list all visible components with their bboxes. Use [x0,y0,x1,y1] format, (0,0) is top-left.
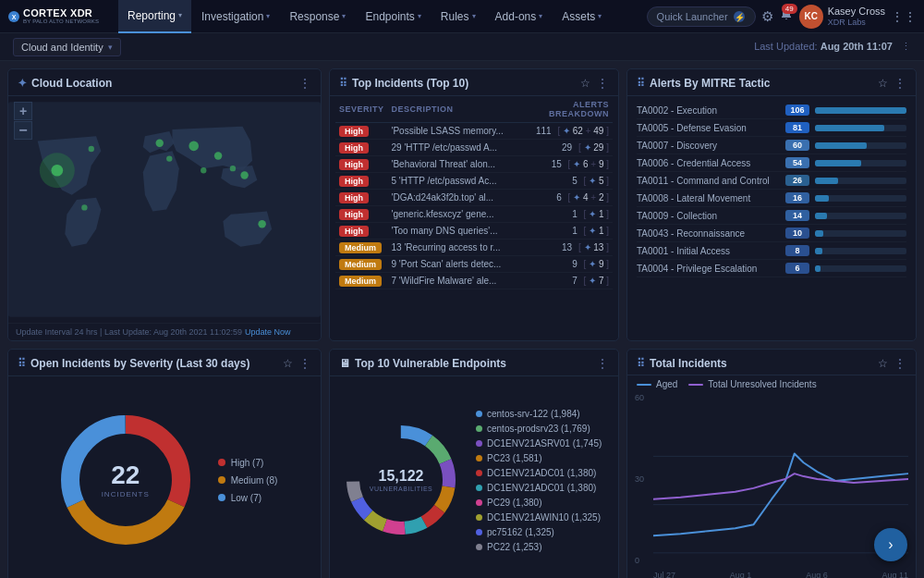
x-axis-label: Aug 1 [730,571,752,578]
nav-item-reporting[interactable]: Reporting ▾ [118,0,191,33]
mitre-row: TA0009 - Collection 14 [637,207,906,225]
logo-icon: X [7,10,20,23]
vuln-body: 15,122 VULNERABILITIES centos-srv-122 (1… [330,376,618,578]
chart-x-axis: Jul 27Aug 1Aug 6Aug 11 [653,569,908,578]
nav-item-investigation[interactable]: Investigation ▾ [192,0,279,33]
vuln-list-item: DC1ENV21ASRV01 (1,745) [476,438,607,449]
lightning-icon: ⚡ [733,10,746,23]
logo-subtext: BY PALO ALTO NETWORKS [23,18,99,24]
open-incidents-body: 22 INCIDENTS High (7)Medium (8)Low (7) [8,376,321,578]
vuln-list-item: centos-prodsrv23 (1,769) [476,424,607,434]
chart-area: 60300 [627,389,916,578]
total-incidents-widget: ⠿ Total Incidents ☆ ⋮ AgedTotal Unresolv… [626,349,917,578]
notif-count: 49 [782,4,797,14]
last-updated-value: Aug 20th 11:07 [821,41,893,52]
quick-launcher-btn[interactable]: Quick Launcher ⚡ [647,6,756,27]
donut-legend: High (7)Medium (8)Low (7) [218,458,278,503]
vuln-list-item: PC23 (1,581) [476,453,607,463]
top-incidents-header: ⠿ Top Incidents (Top 10) ☆ ⋮ [330,69,618,96]
mitre-row: TA0004 - Privilege Escalation 6 [637,260,906,277]
notification-bell[interactable]: 49 [779,7,794,25]
open-incidents-title: ⠿ Open Incidents by Severity (Last 30 da… [18,357,249,370]
vuln-list-item: pc75162 (1,325) [476,527,607,537]
chart-svg-area [653,393,908,569]
mitre-row: TA0011 - Command and Control 26 [637,172,906,190]
open-incidents-more-icon[interactable]: ⋮ [298,356,311,371]
addons-arrow: ▾ [539,12,542,20]
assets-arrow: ▾ [598,12,602,20]
cloud-more-icon[interactable]: ⋮ [298,76,311,91]
apps-grid-icon[interactable]: ⋮⋮ [891,9,917,24]
endpoints-arrow: ▾ [418,12,421,20]
vuln-list-item: DC1ENV21ADC01 (1,380) [476,468,607,478]
breadcrumb-arrow: ▾ [108,43,113,52]
cloud-icon: ✦ [18,77,27,90]
investigation-arrow: ▾ [266,12,270,20]
incidents-more-icon[interactable]: ⋮ [596,76,609,91]
top-incidents-title: ⠿ Top Incidents (Top 10) [339,77,468,90]
total-incidents-grid-icon: ⠿ [637,357,645,370]
x-axis-label: Aug 11 [881,571,908,578]
mitre-row: TA0006 - Credential Access 54 [637,154,906,172]
breadcrumb-label: Cloud and Identity [21,42,103,53]
chart-legend-item: Aged [637,379,677,389]
last-updated: Last Updated: Aug 20th 11:07 ⋮ [754,41,911,53]
total-incidents-header: ⠿ Total Incidents ☆ ⋮ [627,350,916,375]
mitre-title: ⠿ Alerts By MITRE Tactic [637,77,770,90]
vulnerable-endpoints-widget: 🖥 Top 10 Vulnerable Endpoints ⋮ [329,349,619,578]
donut-center: 22 INCIDENTS [102,462,150,498]
open-incidents-star-icon[interactable]: ☆ [283,357,293,370]
cloud-location-widget: ✦ Cloud Location ⋮ + − [7,68,322,341]
user-profile[interactable]: KC Kasey Cross XDR Labs [799,5,885,29]
top-incidents-body: SEVERITY DESCRIPTION ALERTS BREAKDOWN Hi… [330,96,618,340]
svg-point-13 [166,155,172,161]
map-zoom-in[interactable]: + [14,102,32,120]
svg-point-12 [240,171,248,178]
more-options-icon[interactable]: ⋮ [901,41,911,52]
total-incidents-star-icon[interactable]: ☆ [878,357,888,370]
nav-item-rules[interactable]: Rules ▾ [432,0,485,33]
subheader: Cloud and Identity ▾ Last Updated: Aug 2… [0,33,924,61]
vuln-title-icon: 🖥 [339,357,350,370]
endpoints-label: Endpoints [365,10,414,23]
top-nav: X CORTEX XDR BY PALO ALTO NETWORKS Repor… [0,0,924,33]
mitre-row: TA0005 - Defense Evasion 81 [637,119,906,137]
update-now-link[interactable]: Update Now [245,327,291,337]
svg-point-7 [51,165,63,177]
breadcrumb-select[interactable]: Cloud and Identity ▾ [13,38,121,56]
chart-legend-item: Total Unresolved Incidents [688,379,816,389]
mitre-star-icon[interactable]: ☆ [878,77,888,90]
mitre-more-icon[interactable]: ⋮ [894,76,906,91]
logo: X CORTEX XDR BY PALO ALTO NETWORKS [7,8,109,24]
total-incidents-more-icon[interactable]: ⋮ [894,356,906,371]
settings-icon[interactable]: ⚙ [761,8,773,25]
nav-item-assets[interactable]: Assets ▾ [553,0,611,33]
addons-label: Add-ons [495,10,537,23]
response-arrow: ▾ [342,12,346,20]
donut-label: INCIDENTS [102,490,150,498]
incidents-star-icon[interactable]: ☆ [580,77,590,90]
svg-point-14 [81,204,87,210]
vuln-more-icon[interactable]: ⋮ [596,356,609,371]
donut-number: 22 [102,462,150,488]
svg-point-9 [188,141,199,152]
rules-arrow: ▾ [472,12,476,20]
fab-button[interactable]: › [874,528,907,561]
rules-label: Rules [441,10,469,23]
nav-item-response[interactable]: Response ▾ [280,0,355,33]
reporting-arrow: ▾ [178,11,182,19]
mitre-grid-icon: ⠿ [637,77,645,90]
mitre-row: TA0002 - Execution 106 [637,102,906,119]
nav-item-addons[interactable]: Add-ons ▾ [486,0,553,33]
chart-legend: AgedTotal Unresolved Incidents [627,375,916,389]
map-zoom-out[interactable]: − [14,121,32,140]
mitre-row: TA0007 - Discovery 60 [637,137,906,154]
col-description: DESCRIPTION [388,96,507,123]
nav-item-endpoints[interactable]: Endpoints ▾ [356,0,430,33]
vuln-list-item: DC1ENV21ADC01 (1,380) [476,483,607,493]
svg-point-11 [230,166,236,171]
svg-point-8 [155,139,163,146]
quick-launcher-label: Quick Launcher [657,11,728,22]
legend-item: High (7) [218,458,278,468]
alerts-mitre-widget: ⠿ Alerts By MITRE Tactic ☆ ⋮ TA0002 - Ex… [626,68,917,341]
